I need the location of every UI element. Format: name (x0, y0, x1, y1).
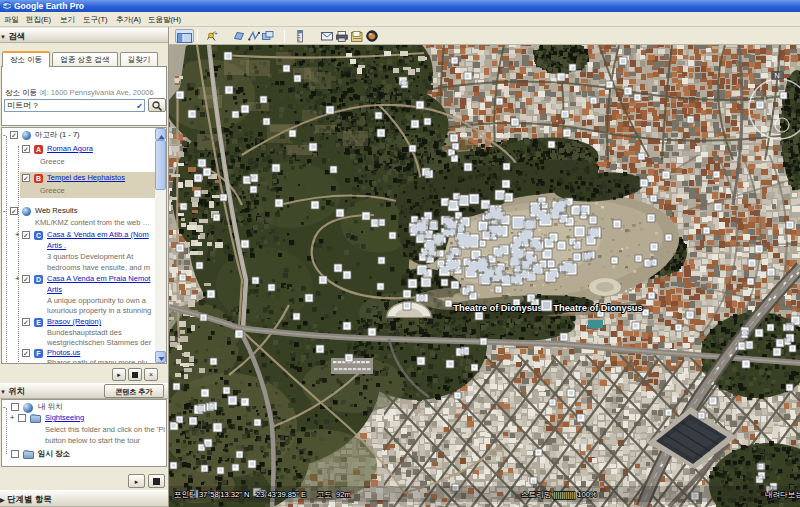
svg-text:Theatre of Dionysus: Theatre of Dionysus (453, 303, 542, 313)
svg-text:포인터 37°58'13.32" N 23°43'39.: 포인터 37°58'13.32" N 23°43'39.85" E 고도 92m (174, 490, 351, 499)
svg-text:내려다보는 높: 내려다보는 높 (765, 490, 800, 499)
svg-text:스트리밍 ||||||||||| 100%: 스트리밍 ||||||||||| 100% (521, 490, 597, 499)
svg-text:+: + (215, 30, 218, 36)
svg-text:Theatre of Dionysus: Theatre of Dionysus (553, 303, 642, 313)
svg-text:N: N (774, 72, 779, 79)
